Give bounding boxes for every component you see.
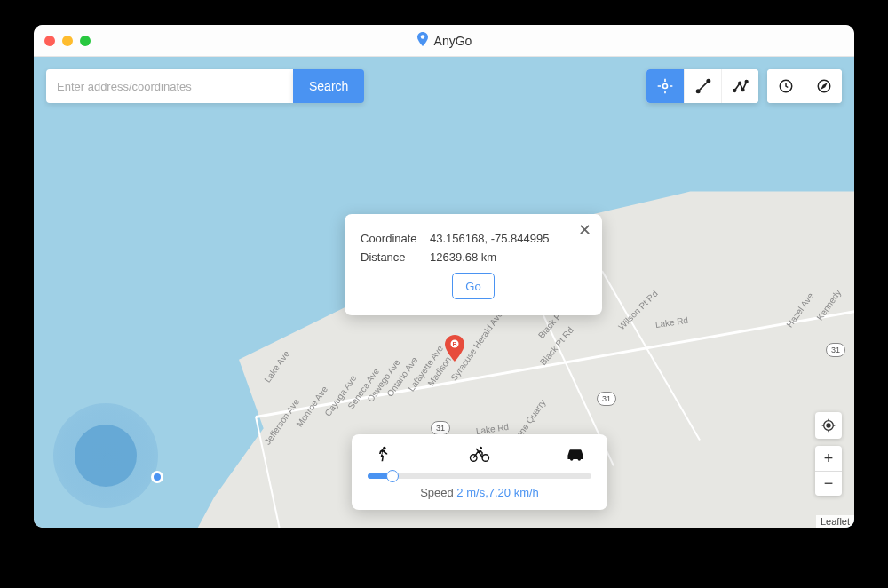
- speed-readout: Speed 2 m/s,7.20 km/h: [368, 486, 591, 499]
- teleport-mode-button[interactable]: [646, 69, 684, 103]
- search-button[interactable]: Search: [293, 69, 364, 103]
- coordinate-label: Coordinate: [361, 232, 430, 245]
- map-area[interactable]: 31 31 31 Lake Ave Jefferson Ave Monroe A…: [34, 57, 854, 528]
- mode-tools: [646, 69, 842, 103]
- app-window: AnyGo 31 31 31 Lake Ave Jefferson Ave Mo…: [34, 25, 854, 528]
- close-icon: ✕: [578, 220, 591, 240]
- history-button[interactable]: [767, 69, 805, 103]
- car-icon[interactable]: [565, 443, 586, 465]
- svg-point-0: [420, 35, 424, 38]
- compass-button[interactable]: [805, 69, 842, 103]
- distance-label: Distance: [361, 250, 430, 264]
- title-wrap: AnyGo: [416, 32, 472, 49]
- multi-spot-route-button[interactable]: [721, 69, 758, 103]
- svg-point-17: [383, 447, 385, 449]
- window-controls: [44, 36, 91, 46]
- maximize-window-button[interactable]: [80, 36, 91, 46]
- svg-point-3: [663, 84, 668, 89]
- close-popup-button[interactable]: ✕: [575, 221, 593, 239]
- slider-thumb[interactable]: [386, 470, 399, 482]
- svg-marker-16: [821, 84, 826, 89]
- close-window-button[interactable]: [44, 36, 55, 46]
- route-mode-group: [646, 69, 758, 103]
- coordinate-value: 43.156168, -75.844995: [430, 232, 549, 245]
- svg-point-19: [482, 455, 489, 462]
- svg-point-21: [827, 424, 830, 427]
- search-group: Search: [46, 69, 364, 103]
- location-pin-icon[interactable]: B: [445, 335, 463, 353]
- zoom-controls: + −: [815, 412, 842, 496]
- go-button[interactable]: Go: [452, 273, 495, 299]
- speed-mode-row: [368, 443, 591, 468]
- zoom-out-button[interactable]: −: [815, 471, 842, 496]
- joystick[interactable]: [53, 403, 158, 508]
- speed-slider[interactable]: [368, 473, 591, 479]
- app-pin-icon: [416, 32, 429, 49]
- svg-text:B: B: [452, 341, 456, 347]
- location-popup: ✕ Coordinate 43.156168, -75.844995 Dista…: [345, 214, 602, 315]
- joystick-handle[interactable]: [151, 471, 163, 483]
- speed-label: Speed: [420, 486, 454, 499]
- history-group: [767, 69, 842, 103]
- speed-value: 2 m/s,7.20 km/h: [456, 486, 538, 499]
- minimize-window-button[interactable]: [62, 36, 73, 46]
- walk-icon[interactable]: [373, 443, 394, 465]
- distance-value: 12639.68 km: [430, 250, 496, 264]
- app-title: AnyGo: [434, 34, 472, 48]
- svg-point-9: [707, 80, 710, 83]
- titlebar: AnyGo: [34, 25, 854, 57]
- two-spot-route-button[interactable]: [684, 69, 721, 103]
- zoom-pair: + −: [815, 446, 842, 496]
- zoom-in-button[interactable]: +: [815, 446, 842, 471]
- bike-icon[interactable]: [469, 443, 490, 465]
- svg-point-20: [480, 447, 482, 449]
- joystick-inner: [75, 425, 137, 487]
- speed-panel: Speed 2 m/s,7.20 km/h: [352, 434, 607, 510]
- map-attribution: Leaflet: [816, 515, 854, 528]
- search-input[interactable]: [46, 69, 293, 103]
- locate-me-button[interactable]: [815, 412, 842, 439]
- svg-point-8: [696, 90, 699, 92]
